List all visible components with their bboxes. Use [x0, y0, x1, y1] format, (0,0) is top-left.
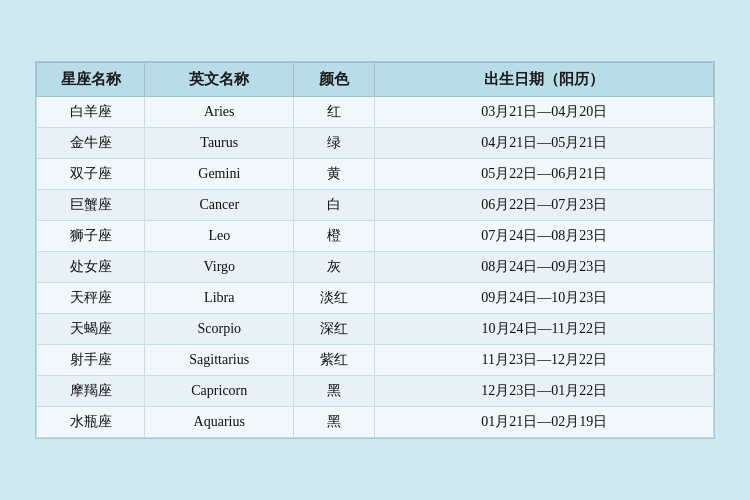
cell-chinese-name: 金牛座	[37, 128, 145, 159]
cell-english-name: Aries	[145, 97, 294, 128]
cell-date: 03月21日—04月20日	[375, 97, 714, 128]
header-color: 颜色	[294, 63, 375, 97]
cell-color: 白	[294, 190, 375, 221]
cell-date: 04月21日—05月21日	[375, 128, 714, 159]
cell-chinese-name: 水瓶座	[37, 407, 145, 438]
cell-english-name: Leo	[145, 221, 294, 252]
cell-date: 05月22日—06月21日	[375, 159, 714, 190]
header-english-name: 英文名称	[145, 63, 294, 97]
cell-chinese-name: 狮子座	[37, 221, 145, 252]
cell-date: 12月23日—01月22日	[375, 376, 714, 407]
cell-english-name: Virgo	[145, 252, 294, 283]
cell-color: 深红	[294, 314, 375, 345]
cell-color: 淡红	[294, 283, 375, 314]
cell-color: 绿	[294, 128, 375, 159]
cell-color: 灰	[294, 252, 375, 283]
cell-color: 黄	[294, 159, 375, 190]
cell-date: 11月23日—12月22日	[375, 345, 714, 376]
table-row: 射手座Sagittarius紫红11月23日—12月22日	[37, 345, 714, 376]
header-chinese-name: 星座名称	[37, 63, 145, 97]
table-row: 狮子座Leo橙07月24日—08月23日	[37, 221, 714, 252]
cell-english-name: Libra	[145, 283, 294, 314]
table-row: 天秤座Libra淡红09月24日—10月23日	[37, 283, 714, 314]
cell-chinese-name: 白羊座	[37, 97, 145, 128]
table-header-row: 星座名称 英文名称 颜色 出生日期（阳历）	[37, 63, 714, 97]
table-row: 处女座Virgo灰08月24日—09月23日	[37, 252, 714, 283]
table-body: 白羊座Aries红03月21日—04月20日金牛座Taurus绿04月21日—0…	[37, 97, 714, 438]
table-row: 巨蟹座Cancer白06月22日—07月23日	[37, 190, 714, 221]
cell-date: 01月21日—02月19日	[375, 407, 714, 438]
cell-date: 10月24日—11月22日	[375, 314, 714, 345]
cell-english-name: Sagittarius	[145, 345, 294, 376]
cell-color: 黑	[294, 376, 375, 407]
header-date: 出生日期（阳历）	[375, 63, 714, 97]
table-row: 摩羯座Capricorn黑12月23日—01月22日	[37, 376, 714, 407]
cell-english-name: Taurus	[145, 128, 294, 159]
cell-date: 06月22日—07月23日	[375, 190, 714, 221]
cell-date: 09月24日—10月23日	[375, 283, 714, 314]
cell-chinese-name: 处女座	[37, 252, 145, 283]
cell-english-name: Aquarius	[145, 407, 294, 438]
table-row: 白羊座Aries红03月21日—04月20日	[37, 97, 714, 128]
cell-chinese-name: 摩羯座	[37, 376, 145, 407]
table-row: 双子座Gemini黄05月22日—06月21日	[37, 159, 714, 190]
table-row: 金牛座Taurus绿04月21日—05月21日	[37, 128, 714, 159]
cell-english-name: Cancer	[145, 190, 294, 221]
cell-color: 紫红	[294, 345, 375, 376]
cell-english-name: Capricorn	[145, 376, 294, 407]
cell-color: 红	[294, 97, 375, 128]
zodiac-table: 星座名称 英文名称 颜色 出生日期（阳历） 白羊座Aries红03月21日—04…	[36, 62, 714, 438]
cell-english-name: Gemini	[145, 159, 294, 190]
cell-color: 橙	[294, 221, 375, 252]
cell-chinese-name: 天秤座	[37, 283, 145, 314]
cell-chinese-name: 天蝎座	[37, 314, 145, 345]
cell-date: 08月24日—09月23日	[375, 252, 714, 283]
cell-color: 黑	[294, 407, 375, 438]
cell-chinese-name: 巨蟹座	[37, 190, 145, 221]
table-row: 水瓶座Aquarius黑01月21日—02月19日	[37, 407, 714, 438]
zodiac-table-container: 星座名称 英文名称 颜色 出生日期（阳历） 白羊座Aries红03月21日—04…	[35, 61, 715, 439]
cell-chinese-name: 射手座	[37, 345, 145, 376]
cell-english-name: Scorpio	[145, 314, 294, 345]
cell-date: 07月24日—08月23日	[375, 221, 714, 252]
cell-chinese-name: 双子座	[37, 159, 145, 190]
table-row: 天蝎座Scorpio深红10月24日—11月22日	[37, 314, 714, 345]
